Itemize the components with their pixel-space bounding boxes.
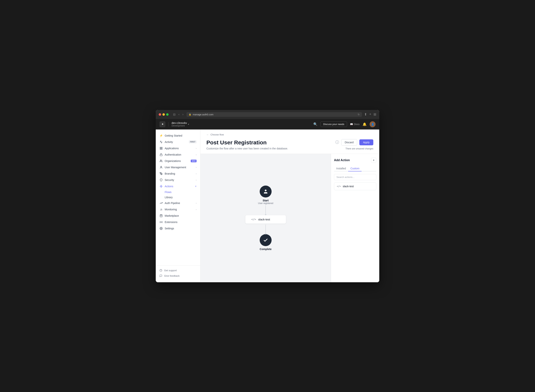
- user-avatar[interactable]: 👤: [370, 121, 376, 127]
- svg-point-14: [161, 228, 162, 229]
- discard-button[interactable]: Discard: [341, 139, 357, 145]
- page-actions: ⓘ Discard Apply: [335, 139, 373, 145]
- flow-start-node: [260, 186, 272, 197]
- user-icon: [263, 189, 268, 194]
- add-action-button[interactable]: +: [371, 158, 376, 163]
- sidebar-label-getting-started: Getting Started: [165, 134, 196, 137]
- address-bar[interactable]: 🔒 manage.auth0.com ↻: [186, 112, 362, 117]
- new-badge: NEW: [191, 160, 196, 162]
- give-feedback-link[interactable]: Give feedback: [156, 273, 200, 279]
- flow-start-node-wrapper: Start User registered: [258, 186, 273, 205]
- maximize-button[interactable]: [166, 113, 169, 116]
- check-icon: [263, 238, 268, 243]
- apply-button[interactable]: Apply: [359, 139, 373, 145]
- help-button[interactable]: ⓘ: [335, 140, 339, 145]
- new-tab-icon[interactable]: +: [369, 112, 371, 117]
- action-search-input[interactable]: [334, 174, 376, 180]
- sidebar-sub-item-flows[interactable]: Flows: [165, 190, 200, 195]
- svg-rect-4: [160, 154, 162, 156]
- page-action-block: ⓘ Discard Apply There are unsaved change…: [335, 139, 373, 150]
- action-code-icon: </>: [337, 185, 341, 188]
- action-node-label: slack-test: [258, 218, 270, 221]
- activity-icon: [159, 140, 163, 144]
- tab-custom[interactable]: Custom: [348, 166, 362, 171]
- close-button[interactable]: [159, 113, 161, 116]
- page-subtitle: Customize the flow after a new user has …: [206, 147, 288, 150]
- flow-start-label: Start User registered: [258, 199, 273, 205]
- page-title-block: Post User Registration Customize the flo…: [206, 139, 288, 150]
- sidebar-label-marketplace: Marketplace: [165, 214, 196, 217]
- flow-end-node: [260, 234, 272, 246]
- actions-nav-icon: [159, 185, 163, 188]
- flows-label: Flows: [165, 191, 172, 194]
- security-nav-icon: [159, 178, 163, 182]
- user-management-icon: [159, 166, 163, 169]
- sidebar-item-security[interactable]: Security ›: [156, 177, 200, 183]
- settings-icon: [159, 227, 163, 230]
- flow-action-node[interactable]: </> slack-test: [245, 215, 286, 224]
- sidebar-sub-item-library[interactable]: Library: [165, 195, 200, 200]
- notifications-button[interactable]: 🔔: [363, 122, 367, 126]
- svg-point-13: [161, 222, 162, 222]
- flow-connector-2: [265, 224, 266, 233]
- window-icon[interactable]: ⊟: [172, 112, 176, 117]
- sidebar-item-user-management[interactable]: User Management ›: [156, 164, 200, 170]
- share-icon[interactable]: ⬆: [364, 112, 367, 117]
- applications-chevron-icon: ›: [196, 147, 196, 149]
- get-support-link[interactable]: Get support: [156, 268, 200, 273]
- page-title: Post User Registration: [206, 139, 288, 146]
- breadcrumb-arrow-icon: ←: [206, 133, 209, 136]
- sidebar-footer: Get support Give feedback: [156, 265, 200, 279]
- start-label-title: Start: [258, 199, 273, 202]
- action-card-slack-test[interactable]: </> slack-test: [334, 182, 376, 190]
- reload-icon[interactable]: ↻: [358, 113, 360, 116]
- branding-chevron-icon: ›: [196, 173, 196, 175]
- applications-icon: [159, 147, 163, 150]
- sidebar-item-applications[interactable]: Applications ›: [156, 145, 200, 151]
- search-button[interactable]: 🔍: [313, 122, 317, 126]
- panel-title: Add Action: [334, 159, 350, 162]
- breadcrumb-text: Choose flow: [210, 133, 224, 136]
- sidebar-item-activity[interactable]: Activity FIRST: [156, 139, 200, 145]
- sidebar-item-extensions[interactable]: Extensions: [156, 219, 200, 225]
- docs-button[interactable]: 📖 Docs: [350, 123, 359, 126]
- sidebar-item-marketplace[interactable]: Marketplace: [156, 213, 200, 219]
- flow-canvas[interactable]: Start User registered </> slack-test: [200, 154, 331, 282]
- svg-point-5: [160, 160, 161, 161]
- flow-end-label: Complete: [260, 247, 272, 251]
- tenant-selector[interactable]: dev-c3rovvkv Development ▾: [172, 121, 189, 127]
- tab-installed[interactable]: Installed: [334, 166, 348, 171]
- tabs-icon[interactable]: ⊞: [373, 112, 376, 117]
- browser-chrome: ⊟ ‹ › 🔒 manage.auth0.com ↻ ⬆ + ⊞: [156, 110, 379, 119]
- flow-end-node-wrapper: Complete: [260, 234, 272, 251]
- sidebar-item-branding[interactable]: Branding ›: [156, 170, 200, 177]
- sidebar-item-auth-pipeline[interactable]: Auth Pipeline ›: [156, 200, 200, 206]
- sidebar-label-actions: Actions: [165, 185, 193, 188]
- sidebar-item-monitoring[interactable]: Monitoring ›: [156, 206, 200, 213]
- svg-rect-3: [161, 149, 162, 149]
- flow-connector-1: [265, 205, 266, 214]
- svg-point-17: [265, 190, 266, 191]
- back-button[interactable]: ‹: [178, 112, 180, 117]
- sidebar-item-getting-started[interactable]: ⚡ Getting Started: [156, 132, 200, 139]
- sidebar-item-organizations[interactable]: Organizations NEW: [156, 158, 200, 164]
- docs-icon: 📖: [350, 123, 353, 126]
- right-panel: Add Action + Installed Custom </> slack-…: [331, 154, 379, 282]
- discuss-needs-button[interactable]: Discuss your needs: [320, 121, 347, 127]
- breadcrumb[interactable]: ← Choose flow: [206, 133, 373, 136]
- forward-button[interactable]: ›: [182, 112, 184, 117]
- give-feedback-label: Give feedback: [164, 275, 180, 277]
- sidebar-label-security: Security: [165, 178, 194, 182]
- header-actions: 🔍 Discuss your needs 📖 Docs 🔔 👤: [313, 121, 376, 127]
- sidebar-item-authentication[interactable]: Authentication ›: [156, 151, 200, 158]
- sidebar-label-settings: Settings: [165, 227, 196, 230]
- feedback-icon: [159, 275, 162, 277]
- monitoring-chevron-icon: ›: [196, 208, 196, 210]
- sidebar-item-settings[interactable]: Settings: [156, 225, 200, 232]
- get-support-label: Get support: [164, 269, 177, 272]
- tenant-chevron-icon: ▾: [188, 123, 189, 126]
- svg-point-6: [161, 166, 162, 167]
- minimize-button[interactable]: [163, 113, 165, 116]
- sidebar-item-actions[interactable]: Actions ∨: [156, 183, 200, 190]
- extensions-icon: [159, 220, 163, 224]
